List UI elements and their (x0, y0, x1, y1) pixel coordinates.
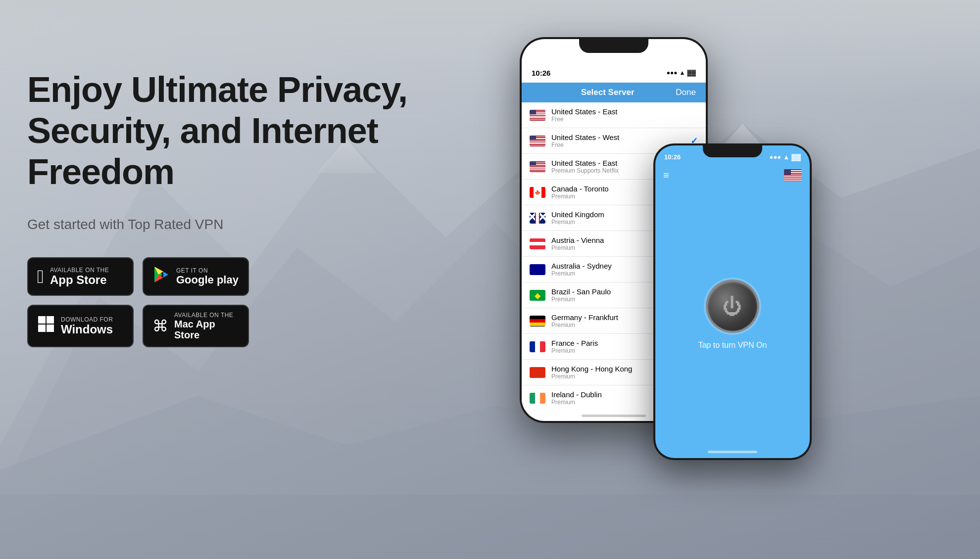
server-info: United States - EastFree (551, 107, 698, 123)
server-list-item[interactable]: United States - EastFree (522, 102, 706, 128)
server-name-text: United States - West (551, 133, 685, 141)
svg-rect-10 (47, 316, 54, 324)
apple-icon:  (37, 266, 44, 287)
server-flag-icon (530, 161, 545, 172)
download-buttons-grid:  Available on the App Store GET IT ON G… (27, 257, 458, 347)
nav-title: Select Server (581, 88, 635, 97)
app-store-small-text: Available on the (50, 267, 109, 274)
phone-small-time: 10:26 (664, 153, 681, 161)
phone-small-toolbar: ≡ (655, 165, 810, 185)
vpn-power-button[interactable]: ⏻ (708, 281, 757, 331)
google-play-button[interactable]: GET IT ON Google play (143, 257, 249, 296)
windows-small-text: Download for (61, 316, 113, 323)
server-flag-icon (530, 187, 545, 198)
windows-large-text: Windows (61, 323, 113, 336)
server-flag-icon (530, 110, 545, 121)
mac-store-button[interactable]: ⌘ Available on the Mac App Store (143, 305, 249, 347)
phone-small-main: ⏻ Tap to turn VPN On (655, 185, 810, 446)
current-flag-icon (784, 169, 802, 181)
google-play-small-text: GET IT ON (176, 267, 239, 274)
google-play-icon (152, 266, 170, 288)
subtitle-text: Get started with Top Rated VPN (27, 217, 458, 233)
battery-icon: ▓▓ (687, 69, 696, 76)
small-battery-icon: ▓▓ (791, 153, 801, 161)
mac-store-large-text: Mac App Store (174, 319, 239, 340)
server-flag-icon (530, 316, 545, 326)
phone-large-notch (579, 39, 648, 53)
phone-small: 10:26 ●●● ▲ ▓▓ ≡ ⏻ Tap to turn VPN On (653, 143, 812, 460)
phone-small-home-indicator (708, 451, 757, 453)
server-flag-icon (530, 290, 545, 301)
phone-small-icons: ●●● ▲ ▓▓ (770, 153, 801, 161)
server-flag-icon (530, 213, 545, 224)
wifi-icon: ▲ (680, 69, 686, 76)
phone-small-notch (703, 145, 762, 157)
google-play-large-text: Google play (176, 274, 239, 286)
app-store-large-text: App Store (50, 274, 109, 286)
mac-store-small-text: Available on the (174, 312, 239, 319)
server-flag-icon (530, 341, 545, 352)
svg-rect-11 (38, 325, 46, 332)
hamburger-icon: ≡ (663, 170, 669, 181)
server-flag-icon (530, 393, 545, 404)
left-content-area: Enjoy Ultimate Privacy, Security, and In… (27, 69, 458, 347)
home-indicator (582, 415, 646, 417)
server-flag-icon (530, 367, 545, 378)
server-name-text: United States - East (551, 107, 698, 116)
phone-large-status-icons: ●●● ▲ ▓▓ (667, 69, 696, 76)
phones-container: 10:26 ●●● ▲ ▓▓ ← Select Server Done U (495, 15, 970, 539)
server-flag-icon (530, 264, 545, 275)
windows-icon (37, 315, 55, 337)
nav-done: Done (676, 88, 696, 97)
phone-large-status-bar: 10:26 ●●● ▲ ▓▓ (522, 61, 706, 83)
server-flag-icon (530, 136, 545, 146)
phone-large-time: 10:26 (532, 69, 550, 77)
windows-button[interactable]: Download for Windows (27, 305, 134, 347)
server-type-text: Free (551, 116, 698, 123)
small-wifi-icon: ▲ (783, 153, 789, 161)
phone-large-nav-bar: ← Select Server Done (522, 83, 706, 102)
signal-icon: ●●● (667, 69, 678, 76)
svg-rect-12 (47, 325, 54, 332)
power-icon: ⏻ (723, 296, 742, 316)
main-headline: Enjoy Ultimate Privacy, Security, and In… (27, 69, 458, 192)
mac-store-icon: ⌘ (152, 317, 168, 335)
small-signal-icon: ●●● (770, 153, 782, 161)
app-store-button[interactable]:  Available on the App Store (27, 257, 134, 296)
tap-vpn-text: Tap to turn VPN On (698, 341, 767, 350)
svg-rect-9 (38, 316, 46, 324)
server-flag-icon (530, 238, 545, 249)
